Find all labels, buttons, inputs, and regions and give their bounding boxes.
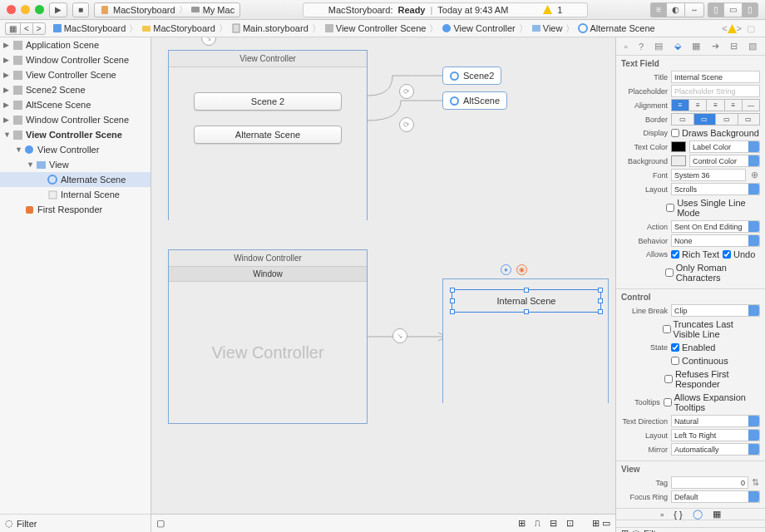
canvas-button-alternate[interactable]: Alternate Scene: [194, 126, 342, 144]
alignment-segmented[interactable]: ≡≡≡≡—: [671, 99, 760, 111]
back-button[interactable]: <: [20, 22, 32, 35]
outline-scene[interactable]: ▶AltScene Scene: [0, 97, 151, 112]
entry-point-icon[interactable]: ↘: [201, 37, 216, 46]
outline-internal-scene[interactable]: Internal Scene: [0, 187, 151, 202]
library-filter[interactable]: ⊞◌Filter: [616, 527, 765, 532]
outline-toggle-icon[interactable]: ▢: [156, 518, 165, 529]
segue-icon[interactable]: ⟳: [399, 117, 414, 132]
linebreak-select[interactable]: Clip: [671, 304, 760, 317]
scene-dock[interactable]: ● ◉: [501, 264, 527, 275]
canvas-button-scene2[interactable]: Scene 2: [194, 92, 342, 111]
border-segmented[interactable]: ▭▭▭▭: [671, 113, 760, 126]
roman-checkbox[interactable]: Only Roman Characters: [665, 263, 760, 283]
enabled-checkbox[interactable]: Enabled: [671, 342, 715, 352]
crumb-vc[interactable]: View Controller: [440, 23, 516, 33]
toggle-navigator-button[interactable]: ▯: [708, 2, 723, 17]
storyboard-ref-altscene[interactable]: AltScene: [442, 91, 507, 110]
ctrl-layout-select[interactable]: Left To Right: [671, 429, 760, 441]
editor-assistant-button[interactable]: ◐: [666, 2, 684, 17]
responder-dock-icon[interactable]: ◉: [516, 264, 527, 275]
segue-icon[interactable]: ↘: [392, 328, 407, 343]
run-button[interactable]: ▶: [49, 2, 67, 17]
focus-select[interactable]: Default: [671, 490, 760, 503]
draws-bg-checkbox[interactable]: Draws Background: [671, 128, 759, 138]
identity-inspector-icon[interactable]: ▤: [654, 41, 663, 52]
scene-internal[interactable]: Internal Scene: [442, 278, 609, 403]
continuous-checkbox[interactable]: Continuous: [671, 356, 728, 366]
scene-window-controller[interactable]: Window Controller Window View Controller: [168, 249, 368, 424]
toggle-inspector-button[interactable]: ▯: [742, 2, 758, 17]
toggle-debug-button[interactable]: ▭: [723, 2, 742, 17]
font-picker-icon[interactable]: ⊕: [749, 170, 760, 180]
crumb-alt[interactable]: Alternate Scene: [576, 23, 656, 33]
constraint-tools[interactable]: ⊞ ⎍ ⊟ ⊡: [518, 518, 577, 529]
related-items-button[interactable]: ▦: [5, 22, 20, 35]
behavior-select[interactable]: None: [671, 234, 760, 247]
bindings-inspector-icon[interactable]: ⊟: [730, 41, 738, 52]
canvas-editor[interactable]: ↘ View Controller Scene 2 Alternate Scen…: [151, 37, 615, 532]
library-tabs[interactable]: ▫ { } ◯ ▦: [616, 509, 765, 520]
outline-scene[interactable]: ▶View Controller Scene: [0, 67, 151, 82]
crumb-folder[interactable]: MacStoryboard: [140, 23, 217, 33]
crumb-project[interactable]: MacStoryboard: [51, 23, 128, 33]
minimize-icon[interactable]: [21, 5, 30, 14]
rich-text-checkbox[interactable]: Rich Text: [671, 249, 719, 259]
object-library-icon[interactable]: ◯: [693, 509, 703, 520]
outline-view[interactable]: ▼View: [0, 157, 151, 172]
zoom-tools[interactable]: ⊞ ▭: [592, 518, 610, 529]
text-color-select[interactable]: Label Color: [689, 140, 760, 153]
font-field[interactable]: System 36: [671, 169, 746, 181]
forward-button[interactable]: >: [32, 22, 46, 35]
storyboard-ref-scene2[interactable]: Scene2: [442, 66, 501, 85]
jump-bar[interactable]: ▦ < > MacStoryboard〉 MacStoryboard〉 Main…: [0, 20, 765, 37]
outline-alternate-scene[interactable]: Alternate Scene: [0, 172, 151, 187]
file-template-icon[interactable]: ▫: [660, 510, 664, 520]
editor-standard-button[interactable]: ≡: [650, 2, 666, 17]
title-field[interactable]: Internal Scene: [671, 71, 760, 83]
attributes-inspector-icon[interactable]: ⬙: [674, 41, 681, 52]
action-select[interactable]: Sent On End Editing: [671, 220, 760, 233]
segue-icon[interactable]: ⟳: [399, 84, 414, 99]
layout-select[interactable]: Scrolls: [671, 183, 760, 195]
outline-scene[interactable]: ▶Window Controller Scene: [0, 112, 151, 127]
truncates-checkbox[interactable]: Truncates Last Visible Line: [663, 319, 760, 339]
refuses-checkbox[interactable]: Refuses First Responder: [664, 369, 760, 389]
textdir-select[interactable]: Natural: [671, 415, 760, 427]
outline-scene[interactable]: ▶Application Scene: [0, 37, 151, 52]
text-color-well[interactable]: [671, 141, 686, 152]
placeholder-field[interactable]: Placeholder String: [671, 85, 760, 97]
outline-vc[interactable]: ▼View Controller: [0, 142, 151, 157]
warning-icon[interactable]: [728, 24, 737, 33]
outline-first-responder[interactable]: First Responder: [0, 202, 151, 217]
bg-color-select[interactable]: Control Color: [689, 155, 760, 167]
outline-scene[interactable]: ▶Scene2 Scene: [0, 82, 151, 97]
crumb-view[interactable]: View: [530, 23, 565, 33]
outline-scene[interactable]: ▼View Controller Scene: [0, 127, 151, 142]
inspector-tabs[interactable]: ▫ ? ▤ ⬙ ▦ ➜ ⊟ ▧: [616, 37, 765, 56]
effects-inspector-icon[interactable]: ▧: [748, 41, 757, 52]
tooltips-checkbox[interactable]: Allows Expansion Tooltips: [664, 392, 760, 412]
editor-version-button[interactable]: ↔: [684, 2, 704, 17]
vc-dock-icon[interactable]: ●: [501, 264, 511, 275]
scene-view-controller[interactable]: View Controller Scene 2 Alternate Scene: [168, 50, 368, 220]
bg-color-well[interactable]: [671, 155, 686, 166]
crumb-storyboard[interactable]: Main.storyboard: [230, 23, 310, 33]
stop-button[interactable]: ■: [72, 2, 89, 17]
mirror-select[interactable]: Automatically: [671, 443, 760, 456]
crumb-scene[interactable]: View Controller Scene: [323, 23, 428, 33]
close-icon[interactable]: [7, 5, 16, 14]
media-library-icon[interactable]: ▦: [713, 509, 721, 520]
code-snippet-icon[interactable]: { }: [674, 510, 682, 520]
stepper-icon[interactable]: ⇅: [752, 477, 760, 488]
help-inspector-icon[interactable]: ?: [639, 42, 644, 52]
scheme-selector[interactable]: MacStoryboard 〉 My Mac: [94, 2, 240, 17]
outline-scene[interactable]: ▶Window Controller Scene: [0, 52, 151, 67]
outline-filter[interactable]: ◌ Filter: [0, 514, 151, 532]
tag-field[interactable]: 0: [671, 476, 748, 489]
zoom-icon[interactable]: [35, 5, 44, 14]
file-inspector-icon[interactable]: ▫: [624, 42, 628, 52]
undo-checkbox[interactable]: Undo: [723, 249, 755, 259]
text-field-internal[interactable]: Internal Scene: [452, 289, 601, 313]
size-inspector-icon[interactable]: ▦: [692, 41, 700, 52]
single-line-checkbox[interactable]: Uses Single Line Mode: [666, 198, 760, 218]
